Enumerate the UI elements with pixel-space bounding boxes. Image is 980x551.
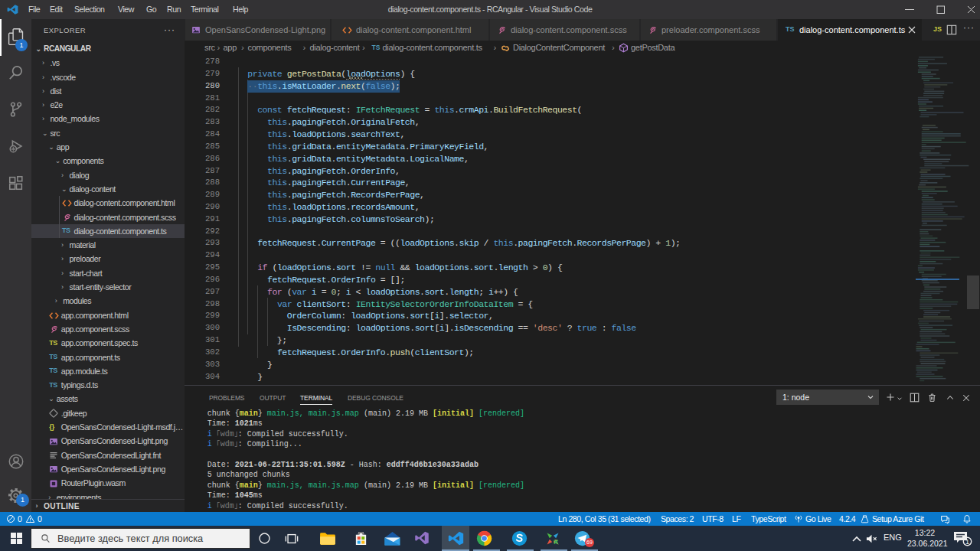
svg-text:1: 1 [965,538,969,546]
